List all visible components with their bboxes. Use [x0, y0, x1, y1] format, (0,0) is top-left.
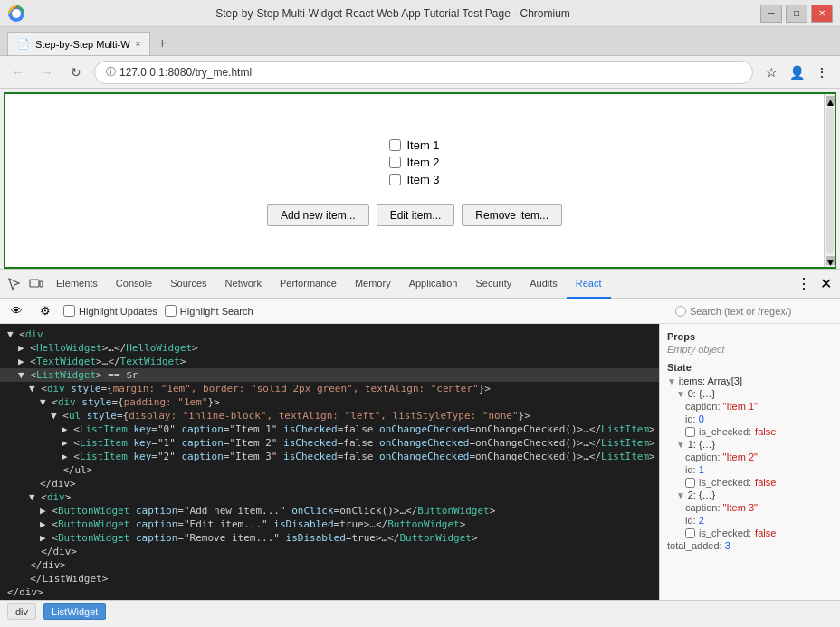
window-controls: ─ □ ✕ [760, 5, 833, 23]
item2-is-checked-checkbox[interactable] [685, 528, 695, 538]
devtools-tab-list: Elements Console Sources Network Perform… [47, 270, 793, 299]
devtools-toolbar: Elements Console Sources Network Perform… [0, 270, 840, 299]
tab-network[interactable]: Network [216, 270, 271, 299]
tree-line[interactable]: ▶ <ButtonWidget caption="Add new item...… [0, 504, 659, 518]
bookmark-button[interactable]: ☆ [760, 62, 782, 83]
tree-line[interactable]: ▶ <ButtonWidget caption="Edit item..." i… [0, 518, 659, 531]
tab-audits[interactable]: Audits [520, 270, 567, 299]
tab-security-label: Security [475, 278, 511, 289]
tree-line[interactable]: ▶ <ButtonWidget caption="Remove item..."… [0, 531, 659, 545]
item-3-checkbox[interactable] [389, 174, 401, 185]
state-items-array[interactable]: ▼ items: Array[3] [667, 375, 833, 387]
tree-line[interactable]: ▶ <HelloWidget>…</HelloWidget> [0, 341, 659, 355]
tree-line[interactable]: ▶ <ListItem key="0" caption="Item 1" isC… [0, 423, 659, 436]
list-item: Item 2 [389, 156, 439, 169]
devtools-breadcrumb-bar: div ListWidget [0, 600, 840, 622]
tree-line[interactable]: ▶ <ListItem key="2" caption="Item 3" isC… [0, 450, 659, 463]
tab-security[interactable]: Security [466, 270, 520, 299]
profile-button[interactable]: 👤 [786, 62, 807, 83]
breadcrumb-div[interactable]: div [7, 603, 36, 620]
tree-line[interactable]: ▼ <div> [0, 490, 659, 504]
new-tab-button[interactable]: + [150, 32, 174, 55]
item-1-checkbox[interactable] [389, 139, 401, 151]
tree-line-selected[interactable]: ▼ <ListWidget> == $r [0, 368, 659, 382]
tree-line[interactable]: ▼ <div [0, 328, 659, 341]
react-settings-button[interactable]: ⚙ [34, 300, 56, 322]
item0-is-checked-checkbox[interactable] [685, 427, 695, 437]
tree-line[interactable]: </ListWidget> [0, 572, 659, 585]
highlight-search-label[interactable]: Highlight Search [165, 305, 253, 317]
tree-line[interactable]: ▼ <div style={margin: "1em", border: "so… [0, 382, 659, 395]
react-props-state-panel: Props Empty object State ▼ items: Array[… [659, 324, 840, 600]
scrollbar-thumb[interactable] [826, 107, 834, 254]
state-item-2-label: 2: {…} [688, 489, 716, 500]
state-item-2-caption: caption: "Item 3" [685, 501, 833, 514]
close-window-button[interactable]: ✕ [811, 5, 833, 23]
minimize-button[interactable]: ─ [760, 5, 782, 23]
browser-tab[interactable]: 📄 Step-by-Step Multi-W × [7, 32, 150, 55]
breadcrumb-listwidget[interactable]: ListWidget [43, 603, 106, 620]
tab-react-label: React [576, 278, 602, 289]
highlight-search-checkbox[interactable] [165, 305, 177, 317]
tab-application[interactable]: Application [400, 270, 467, 299]
close-devtools-button[interactable]: ✕ [815, 273, 836, 295]
toggle-device-toolbar-button[interactable] [25, 273, 47, 295]
tab-memory-label: Memory [355, 278, 391, 289]
tree-line[interactable]: ▼ <ul style={display: "inline-block", te… [0, 409, 659, 423]
state-item-0-id: id: 0 [685, 413, 833, 425]
inspect-element-button[interactable] [4, 273, 25, 295]
devtools-body: ▼ <div ▶ <HelloWidget>…</HelloWidget> ▶ … [0, 324, 840, 600]
item1-is-checked-checkbox[interactable] [685, 478, 695, 488]
tab-memory[interactable]: Memory [346, 270, 400, 299]
menu-button[interactable]: ⋮ [811, 62, 833, 83]
react-eye-button[interactable]: 👁 [5, 300, 27, 322]
tree-line[interactable]: </div> [0, 477, 659, 490]
state-item-2-ischecked: is_checked: false [685, 527, 833, 539]
toolbar-icons: ☆ 👤 ⋮ [760, 62, 833, 83]
react-search-input[interactable] [690, 306, 835, 317]
tree-line[interactable]: </ul> [0, 463, 659, 477]
remove-item-button[interactable]: Remove item... [462, 204, 562, 226]
tab-performance[interactable]: Performance [271, 270, 346, 299]
react-toolbar: 👁 ⚙ Highlight Updates Highlight Search [0, 299, 840, 324]
more-tabs-button[interactable]: ⋮ [793, 273, 815, 295]
tree-line[interactable]: </div> [0, 558, 659, 572]
tab-console[interactable]: Console [107, 270, 161, 299]
omnibar: ← → ↻ ⓘ 127.0.0.1:8080/try_me.html ☆ 👤 ⋮ [0, 56, 840, 89]
maximize-button[interactable]: □ [786, 5, 807, 23]
state-items-label: items: Array[3] [679, 375, 742, 386]
tree-line[interactable]: ▶ <ListItem key="1" caption="Item 2" isC… [0, 436, 659, 450]
tree-line[interactable]: </div> [0, 545, 659, 558]
react-tree-panel[interactable]: ▼ <div ▶ <HelloWidget>…</HelloWidget> ▶ … [0, 324, 659, 600]
tab-sources[interactable]: Sources [161, 270, 215, 299]
state-item-1[interactable]: ▼ 1: {…} [676, 438, 833, 451]
scroll-down-button[interactable]: ▼ [826, 256, 835, 265]
tab-react[interactable]: React [567, 270, 611, 299]
item-2-checkbox[interactable] [389, 157, 401, 168]
forward-button[interactable]: → [36, 62, 58, 83]
list-item: Item 3 [389, 173, 439, 186]
tab-elements[interactable]: Elements [47, 270, 107, 299]
titlebar: Step-by-Step Multi-Widget React Web App … [0, 0, 840, 27]
scroll-up-button[interactable]: ▲ [826, 96, 835, 105]
back-button[interactable]: ← [7, 62, 29, 83]
address-bar[interactable]: ⓘ 127.0.0.1:8080/try_me.html [94, 61, 753, 84]
tab-console-label: Console [116, 278, 152, 289]
tab-close-button[interactable]: × [136, 39, 141, 49]
reload-button[interactable]: ↻ [65, 62, 87, 83]
window-title: Step-by-Step Multi-Widget React Web App … [25, 7, 760, 20]
state-item-1-id: id: 1 [685, 463, 833, 476]
state-item-0[interactable]: ▼ 0: {…} [676, 387, 833, 400]
tab-bar: 📄 Step-by-Step Multi-W × + [0, 27, 840, 56]
props-empty: Empty object [667, 344, 833, 355]
tree-line[interactable]: ▼ <div style={padding: "1em"}> [0, 395, 659, 409]
tree-line[interactable]: </div> [0, 585, 659, 599]
edit-item-button[interactable]: Edit item... [377, 204, 455, 226]
state-item-2-id: id: 2 [685, 514, 833, 527]
state-item-2[interactable]: ▼ 2: {…} [676, 489, 833, 501]
react-search [675, 306, 835, 317]
highlight-updates-label[interactable]: Highlight Updates [63, 305, 158, 317]
highlight-updates-checkbox[interactable] [63, 305, 75, 317]
tree-line[interactable]: ▶ <TextWidget>…</TextWidget> [0, 355, 659, 368]
add-item-button[interactable]: Add new item... [267, 204, 369, 226]
